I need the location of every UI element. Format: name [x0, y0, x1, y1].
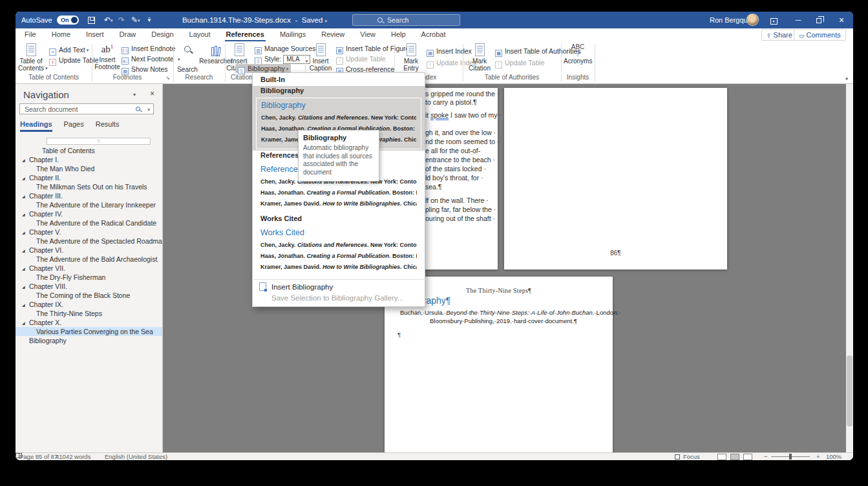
zoom-slider-thumb[interactable] [789, 454, 792, 460]
nav-heading-chapter-ii[interactable]: ◢Chapter II. [16, 173, 162, 182]
manage-sources-button[interactable]: ▥Manage Sources [255, 44, 315, 53]
minimize-button[interactable]: ─ [789, 12, 808, 28]
nav-heading-the-coming-of-the-black-stone[interactable]: The Coming of the Black Stone [16, 291, 162, 300]
bibliography-button[interactable]: ▯Bibliography▾ [235, 64, 291, 73]
nav-heading-the-dry-fly-fisherman[interactable]: The Dry-Fly Fisherman [16, 273, 162, 282]
nav-tab-pages[interactable]: Pages [64, 120, 84, 130]
ribbon-display-options-icon[interactable]: ▾ [764, 12, 783, 28]
acronyms-button[interactable]: ABC? Acronyms [564, 43, 592, 72]
footnotes-dialog-launcher-icon[interactable]: ↘ [165, 75, 170, 81]
collapse-triangle-icon[interactable]: ◢ [22, 228, 25, 237]
word-count[interactable]: 41042 words [56, 453, 90, 460]
tab-draw[interactable]: Draw [112, 28, 144, 41]
autosave-toggle[interactable]: On [57, 16, 79, 25]
tab-design[interactable]: Design [143, 28, 181, 41]
search-button[interactable]: Search [176, 43, 199, 72]
pen-dropdown-icon[interactable]: ▾ [138, 18, 140, 23]
nav-heading-bibliography[interactable]: Bibliography [16, 336, 162, 345]
nav-heading-the-thirty-nine-steps[interactable]: The Thirty-Nine Steps [16, 309, 162, 318]
print-layout-icon[interactable] [730, 454, 739, 460]
collapse-triangle-icon[interactable]: ◢ [22, 301, 25, 310]
save-icon[interactable] [88, 17, 95, 24]
nav-heading-chapter-iv[interactable]: ◢Chapter IV. [16, 209, 162, 218]
gallery-item-works-cited[interactable]: Works CitedChen, Jacky. Citations and Re… [253, 224, 425, 277]
zoom-level[interactable]: 100% [826, 453, 842, 460]
scrollbar-thumb[interactable] [847, 355, 852, 427]
insert-bibliography-menuitem[interactable]: Insert Bibliography [253, 282, 425, 293]
nav-search-dropdown-icon[interactable]: ▾ [147, 107, 150, 112]
undo-dropdown-icon[interactable]: ▾ [111, 18, 113, 23]
tab-help[interactable]: Help [383, 28, 414, 41]
tab-references[interactable]: References [218, 28, 272, 41]
close-button[interactable]: × [830, 12, 853, 28]
share-button[interactable]: ⇧Share [761, 29, 798, 41]
nav-heading-chapter-vii[interactable]: ◢Chapter VII. [16, 264, 162, 273]
nav-heading-chapter-viii[interactable]: ◢Chapter VIII. [16, 282, 162, 291]
language-status[interactable]: English (United States) [105, 453, 167, 460]
collapse-triangle-icon[interactable]: ◢ [22, 210, 25, 219]
page-info[interactable]: Page 85 of 87 [19, 453, 58, 460]
collapse-triangle-icon[interactable]: ◢ [22, 246, 25, 255]
web-layout-icon[interactable] [743, 454, 752, 460]
nav-tab-results[interactable]: Results [96, 120, 120, 130]
nav-heading-chapter-v[interactable]: ◢Chapter V. [16, 227, 162, 237]
collapse-triangle-icon[interactable]: ◢ [22, 264, 25, 273]
nav-heading-the-man-who-died[interactable]: The Man Who Died [16, 164, 162, 173]
nav-heading-table-of-contents[interactable]: Table of Contents [16, 146, 162, 155]
nav-heading-the-adventure-of-the-literary-innkeeper[interactable]: The Adventure of the Literary Innkeeper [16, 200, 162, 209]
tab-review[interactable]: Review [313, 28, 352, 41]
nav-heading-chapter-i[interactable]: ◢Chapter I. [16, 155, 162, 164]
add-text-button[interactable]: ≡Add Text▾ [49, 45, 89, 54]
collapse-triangle-icon[interactable]: ◢ [22, 192, 25, 201]
focus-label[interactable]: Focus [683, 453, 700, 460]
tab-home[interactable]: Home [44, 28, 78, 41]
next-footnote-button[interactable]: a↓Next Footnote▾ [122, 54, 180, 63]
page-86[interactable]: 86¶ [504, 88, 727, 269]
insert-endnote-button[interactable]: ⒤Insert Endnote [122, 44, 175, 53]
tab-insert[interactable]: Insert [78, 28, 112, 41]
comments-button[interactable]: ▭Comments [794, 29, 846, 41]
customize-qat-icon[interactable]: ▾̄ [144, 15, 154, 25]
table-of-contents-button[interactable]: Table ofContents▾ [18, 43, 44, 72]
read-mode-icon[interactable] [717, 454, 726, 460]
mark-citation-button[interactable]: MarkCitation [467, 43, 492, 72]
search-box[interactable]: Search [352, 14, 460, 26]
insert-footnote-button[interactable]: ab1 InsertFootnote [94, 43, 120, 72]
nav-heading-various-parties-converging-on-the-sea[interactable]: Various Parties Converging on the Sea [16, 327, 162, 336]
collapse-triangle-icon[interactable]: ◢ [22, 156, 25, 165]
nav-heading-the-adventure-of-the-radical-candidate[interactable]: The Adventure of the Radical Candidate [16, 218, 162, 227]
collapse-triangle-icon[interactable]: ◢ [22, 282, 25, 291]
tab-acrobat[interactable]: Acrobat [414, 28, 454, 41]
nav-heading-chapter-iii[interactable]: ◢Chapter III. [16, 191, 162, 200]
mark-entry-button[interactable]: MarkEntry [398, 43, 424, 72]
nav-tab-headings[interactable]: Headings [20, 120, 52, 132]
collapse-triangle-icon[interactable]: ◢ [22, 319, 25, 328]
vertical-scrollbar[interactable] [846, 84, 853, 452]
blank-heading-box[interactable]: ⊤ [47, 138, 151, 145]
restore-button[interactable] [809, 12, 829, 28]
nav-heading-the-adventure-of-the-bald-archaeologist[interactable]: The Adventure of the Bald Archaeologist [16, 255, 162, 264]
zoom-slider[interactable] [771, 456, 810, 457]
tab-file[interactable]: File [16, 28, 44, 41]
focus-icon[interactable] [675, 454, 680, 460]
nav-heading-blank[interactable]: ⊤ [16, 137, 162, 146]
insert-index-button[interactable]: ▤Insert Index [427, 47, 472, 56]
nav-search-input[interactable]: Search document ▾ [19, 103, 154, 114]
style-select[interactable]: MLA▾ [283, 55, 310, 64]
zoom-in-button[interactable]: + [816, 453, 820, 460]
document-title[interactable]: Buchan.1914.The-39-Steps.docx - Saved ▾ [164, 12, 345, 28]
collapse-ribbon-icon[interactable]: ▴ [845, 75, 848, 81]
tab-layout[interactable]: Layout [182, 28, 218, 41]
collapse-triangle-icon[interactable]: ◢ [22, 174, 25, 183]
nav-heading-chapter-x[interactable]: ◢Chapter X. [16, 318, 162, 327]
nav-heading-the-adventure-of-the-spectacled-roadman[interactable]: The Adventure of the Spectacled Roadman [16, 237, 162, 246]
saved-dropdown-icon[interactable]: ▾ [325, 19, 328, 23]
insert-caption-button[interactable]: InsertCaption [308, 43, 333, 72]
avatar[interactable] [746, 14, 759, 26]
nav-heading-the-milkman-sets-out-on-his-travels[interactable]: The Milkman Sets Out on his Travels [16, 182, 162, 191]
tab-mailings[interactable]: Mailings [272, 28, 313, 41]
tab-view[interactable]: View [352, 28, 383, 41]
show-notes-button[interactable]: ▤Show Notes [122, 65, 168, 74]
nav-heading-chapter-vi[interactable]: ◢Chapter VI. [16, 246, 162, 255]
nav-search-icon[interactable] [136, 107, 140, 111]
